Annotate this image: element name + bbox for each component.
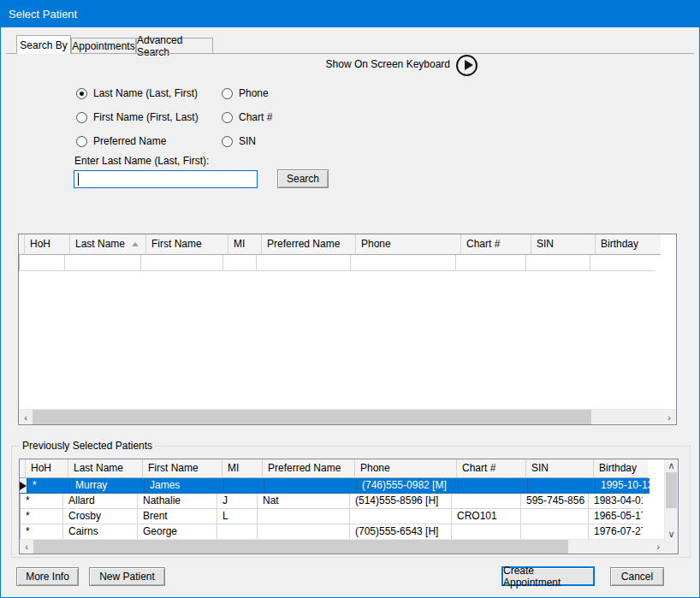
- results-horizontal-scrollbar[interactable]: ‹ ›: [19, 409, 676, 424]
- radio-selected-icon: [76, 88, 87, 99]
- more-info-button[interactable]: More Info: [16, 567, 79, 586]
- create-appointment-button[interactable]: Create Appointment: [501, 566, 595, 586]
- new-patient-button[interactable]: New Patient: [89, 567, 165, 586]
- radio-first-name[interactable]: First Name (First, Last): [76, 110, 199, 124]
- scrollbar-corner: [665, 540, 678, 554]
- scrollbar-thumb[interactable]: [666, 472, 677, 508]
- radio-chart-number[interactable]: Chart #: [222, 110, 272, 124]
- window-title: Select Patient: [9, 8, 77, 21]
- cancel-button[interactable]: Cancel: [610, 567, 664, 586]
- column-header-hoh[interactable]: HoH: [26, 459, 68, 478]
- column-header-birthday[interactable]: Birthday: [594, 459, 648, 478]
- radio-label: Last Name (Last, First): [93, 87, 198, 99]
- patient-row-cairns[interactable]: * Cairns George (705)555-6543 [H] 1976-0…: [20, 524, 678, 540]
- tab-label: Advanced Search: [137, 34, 212, 58]
- column-header-sin[interactable]: SIN: [531, 234, 596, 255]
- previous-vertical-scrollbar[interactable]: ∧ ∨: [664, 459, 678, 540]
- column-header-phone[interactable]: Phone: [356, 234, 461, 255]
- row-selector-header[interactable]: [20, 459, 26, 478]
- create-appointment-label: Create Appointment: [503, 565, 593, 589]
- column-header-mi[interactable]: MI: [222, 459, 263, 478]
- scroll-right-icon[interactable]: ›: [662, 410, 676, 424]
- column-header-preferred-name[interactable]: Preferred Name: [262, 234, 356, 255]
- radio-icon: [222, 88, 233, 99]
- search-input-label: Enter Last Name (Last, First):: [74, 155, 209, 167]
- new-patient-label: New Patient: [99, 571, 155, 583]
- search-button[interactable]: Search: [277, 169, 329, 188]
- tab-advanced-search[interactable]: Advanced Search: [136, 38, 213, 54]
- scrollbar-thumb[interactable]: [33, 410, 591, 424]
- results-empty-row[interactable]: [19, 255, 676, 271]
- radio-label: Preferred Name: [93, 135, 166, 147]
- radio-sin[interactable]: SIN: [222, 134, 256, 148]
- column-header-last-name[interactable]: Last Name: [70, 234, 146, 255]
- scroll-right-icon[interactable]: ›: [651, 540, 665, 554]
- column-header-first-name[interactable]: First Name: [146, 234, 228, 255]
- current-row-arrow-icon: [20, 482, 27, 490]
- radio-icon: [76, 112, 87, 123]
- osk-label: Show On Screen Keyboard: [326, 58, 450, 70]
- scroll-down-icon[interactable]: ∨: [665, 528, 678, 540]
- tab-appointments[interactable]: Appointments: [71, 38, 136, 54]
- column-header-hoh[interactable]: HoH: [25, 234, 70, 255]
- patient-row-crosby[interactable]: * Crosby Brent L CRO101 1965-05-17: [20, 509, 678, 524]
- column-header-preferred-name[interactable]: Preferred Name: [263, 459, 355, 478]
- text-caret: [78, 173, 79, 186]
- sort-ascending-icon: [132, 242, 139, 246]
- play-triangle-icon: [465, 60, 473, 70]
- more-info-label: More Info: [26, 571, 69, 583]
- tab-search-by[interactable]: Search By: [16, 35, 71, 54]
- search-button-label: Search: [287, 173, 319, 185]
- tab-label: Search By: [20, 39, 67, 51]
- tab-strip-divider: [6, 53, 694, 54]
- radio-label: SIN: [239, 135, 256, 147]
- previous-header-row: HoH Last Name First Name MI Preferred Na…: [20, 459, 678, 478]
- last-name-search-input[interactable]: [74, 170, 258, 188]
- patient-row-allard[interactable]: * Allard Nathalie J Nat (514)555-8596 [H…: [20, 494, 678, 509]
- radio-preferred-name[interactable]: Preferred Name: [76, 134, 166, 148]
- scroll-up-icon[interactable]: ∧: [665, 459, 678, 471]
- column-header-last-name[interactable]: Last Name: [68, 459, 143, 478]
- tab-label: Appointments: [72, 40, 134, 52]
- previous-patients-grid: HoH Last Name First Name MI Preferred Na…: [19, 459, 679, 554]
- scroll-left-icon[interactable]: ‹: [19, 410, 33, 424]
- radio-last-name[interactable]: Last Name (Last, First): [76, 86, 198, 100]
- radio-phone[interactable]: Phone: [222, 86, 269, 100]
- radio-label: Chart #: [239, 111, 272, 123]
- radio-icon: [222, 136, 233, 147]
- column-header-chart[interactable]: Chart #: [457, 459, 526, 478]
- radio-icon: [76, 136, 87, 147]
- results-header-row: HoH Last Name First Name MI Preferred Na…: [19, 234, 676, 255]
- radio-label: Phone: [239, 87, 269, 99]
- column-header-birthday[interactable]: Birthday: [596, 234, 661, 255]
- column-header-phone[interactable]: Phone: [355, 459, 457, 478]
- search-results-grid: HoH Last Name First Name MI Preferred Na…: [18, 234, 677, 425]
- column-header-first-name[interactable]: First Name: [143, 459, 222, 478]
- scrollbar-thumb[interactable]: [33, 540, 568, 554]
- radio-icon: [222, 112, 233, 123]
- scroll-left-icon[interactable]: ‹: [20, 540, 33, 554]
- groupbox-label: Previously Selected Patients: [19, 440, 156, 452]
- previous-horizontal-scrollbar[interactable]: ‹ ›: [20, 539, 665, 554]
- radio-label: First Name (First, Last): [93, 111, 199, 123]
- title-bar[interactable]: Select Patient: [1, 1, 699, 27]
- select-patient-dialog: Select Patient Search By Appointments Ad…: [0, 0, 700, 598]
- column-header-chart[interactable]: Chart #: [461, 234, 531, 255]
- play-circle-icon[interactable]: [456, 55, 478, 76]
- cancel-label: Cancel: [621, 571, 653, 583]
- column-header-mi[interactable]: MI: [228, 234, 262, 255]
- column-header-sin[interactable]: SIN: [526, 459, 594, 478]
- row-selector-header[interactable]: [19, 234, 25, 255]
- patient-row-murray[interactable]: * Murray James (746)555-0982 [M] 1995-10…: [20, 478, 678, 494]
